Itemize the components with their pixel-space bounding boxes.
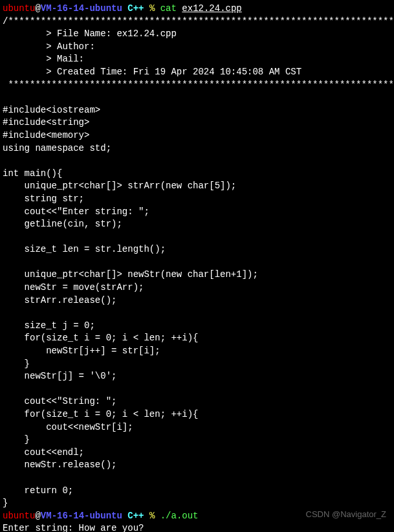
prompt-user: ubuntu (3, 511, 35, 521)
prompt-at: @ (35, 3, 40, 14)
code-line: cout<<endl; (3, 447, 84, 458)
mail-label: > Mail: (3, 54, 84, 64)
prompt-host: VM-16-14-ubuntu (41, 3, 122, 14)
comment-bottom: ****************************************… (3, 80, 394, 90)
comment-top: /***************************************… (3, 16, 394, 27)
code-line: cout<<"String: "; (3, 396, 116, 406)
code-line: int main(){ (3, 168, 62, 179)
code-line: newStr.release(); (3, 460, 116, 470)
prompt-user: ubuntu (3, 3, 35, 14)
prompt-dir: C++ (127, 511, 144, 521)
output-line: Enter string: How are you? (3, 523, 144, 532)
code-line: } (3, 434, 30, 445)
prompt-at: @ (35, 511, 40, 521)
prompt-cmd: cat (160, 3, 177, 14)
code-line: strArr.release(); (3, 295, 116, 305)
code-line: #include<string> (3, 117, 89, 127)
created-value: Fri 19 Apr 2024 10:45:08 AM CST (133, 67, 301, 77)
terminal-output: ubuntu@VM-16-14-ubuntu C++ % cat ex12.24… (3, 3, 391, 532)
prompt-cmd: ./a.out (160, 511, 199, 521)
code-line: using namespace std; (3, 143, 111, 153)
prompt-percent: % (149, 3, 155, 14)
code-line: newStr = move(strArr); (3, 282, 144, 293)
prompt-host: VM-16-14-ubuntu (41, 511, 122, 521)
code-line: newStr[j] = '\0'; (3, 371, 116, 381)
author-label: > Author: (3, 41, 95, 52)
code-line: size_t len = str.length(); (3, 244, 166, 254)
code-line: } (3, 359, 30, 369)
code-line: getline(cin, str); (3, 219, 122, 229)
code-line: newStr[j++] = str[i]; (3, 346, 160, 356)
code-line: unique_ptr<char[]> strArr(new char[5]); (3, 181, 236, 191)
code-line: string str; (3, 194, 84, 204)
code-line: unique_ptr<char[]> newStr(new char[len+1… (3, 269, 258, 280)
prompt-percent: % (149, 511, 155, 521)
prompt-dir: C++ (127, 3, 144, 14)
code-line: #include<memory> (3, 130, 89, 140)
code-line: return 0; (3, 485, 73, 496)
code-line: cout<<"Enter string: "; (3, 206, 149, 217)
file-name-label: > File Name: (3, 28, 116, 39)
code-line: for(size_t i = 0; i < len; ++i){ (3, 409, 198, 419)
file-name-value: ex12.24.cpp (116, 28, 176, 39)
created-label: > Created Time: (3, 67, 133, 77)
code-line: for(size_t i = 0; i < len; ++i){ (3, 333, 198, 343)
prompt-arg: ex12.24.cpp (182, 3, 241, 14)
code-line: } (3, 498, 8, 508)
watermark: CSDN @Navigator_Z (306, 509, 386, 520)
code-line: cout<<newStr[i]; (3, 422, 133, 432)
code-line: #include<iostream> (3, 105, 100, 115)
code-line: size_t j = 0; (3, 320, 95, 331)
